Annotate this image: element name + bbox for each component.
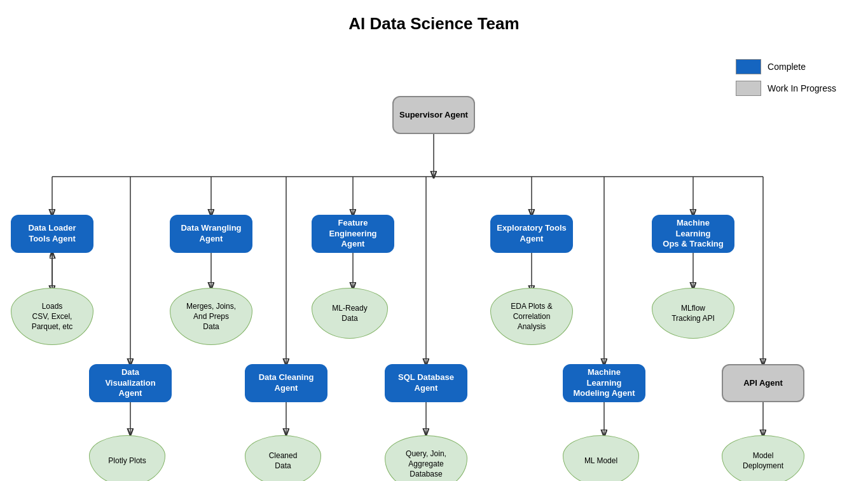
legend-complete: Complete <box>736 59 836 74</box>
sql-database-node: SQL DatabaseAgent <box>385 364 467 402</box>
api-agent-node: API Agent <box>722 364 804 402</box>
legend-wip-label: Work In Progress <box>768 83 836 93</box>
feature-engineering-node: Feature EngineeringAgent <box>312 215 394 253</box>
legend-box-complete <box>736 59 761 74</box>
ml-model-cloud: ML Model <box>563 435 639 481</box>
data-wrangling-node: Data WranglingAgent <box>170 215 252 253</box>
model-deployment-cloud: ModelDeployment <box>722 435 804 481</box>
data-cleaning-node: Data CleaningAgent <box>245 364 327 402</box>
legend: Complete Work In Progress <box>736 59 836 96</box>
legend-box-wip <box>736 81 761 96</box>
data-loader-node: Data LoaderTools Agent <box>11 215 93 253</box>
data-visualization-node: Data VisualizationAgent <box>89 364 172 402</box>
loads-csv-cloud: LoadsCSV, Excel,Parquet, etc <box>11 288 93 345</box>
query-join-cloud: Query, Join,AggregateDatabase <box>385 435 467 481</box>
diagram-area: Complete Work In Progress <box>0 40 868 481</box>
merges-joins-cloud: Merges, Joins,And PrepsData <box>170 288 252 345</box>
plotly-plots-cloud: Plotly Plots <box>89 435 165 481</box>
mlflow-cloud: MLflowTracking API <box>652 288 734 339</box>
legend-wip: Work In Progress <box>736 81 836 96</box>
eda-plots-cloud: EDA Plots &CorrelationAnalysis <box>490 288 573 345</box>
page-title: AI Data Science Team <box>0 0 868 40</box>
ml-ops-node: Machine LearningOps & Tracking <box>652 215 734 253</box>
ml-ready-cloud: ML-ReadyData <box>312 288 388 339</box>
legend-complete-label: Complete <box>768 62 806 72</box>
ml-modeling-node: Machine LearningModeling Agent <box>563 364 645 402</box>
supervisor-node: Supervisor Agent <box>392 96 475 134</box>
exploratory-tools-node: Exploratory ToolsAgent <box>490 215 573 253</box>
cleaned-data-cloud: CleanedData <box>245 435 321 481</box>
